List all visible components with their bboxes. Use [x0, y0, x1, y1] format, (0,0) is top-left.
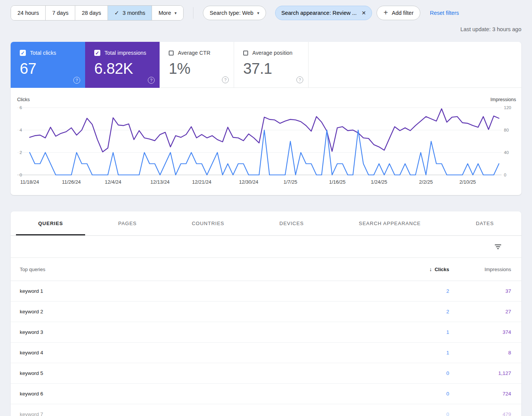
checkbox-checked-icon[interactable]: ✓	[20, 50, 26, 56]
svg-text:2/2/25: 2/2/25	[419, 179, 433, 185]
dimensions-card: QUERIESPAGESCOUNTRIESDEVICESSEARCH APPEA…	[11, 211, 521, 416]
clicks-cell[interactable]: 1	[385, 350, 449, 356]
help-icon[interactable]: ?	[148, 77, 155, 84]
svg-text:1/24/25: 1/24/25	[371, 179, 387, 185]
metric-card-total-impressions[interactable]: ✓Total impressions6.82K?	[85, 42, 160, 88]
add-filter-button[interactable]: + Add filter	[377, 6, 420, 20]
impressions-cell[interactable]: 1,127	[449, 370, 511, 376]
checkbox-unchecked-icon[interactable]	[169, 51, 174, 56]
metric-label: Total clicks	[30, 50, 56, 56]
tab-search-appearance[interactable]: SEARCH APPEARANCE	[331, 211, 448, 235]
clicks-cell[interactable]: 0	[385, 370, 449, 376]
table-row[interactable]: keyword 60724	[11, 384, 521, 404]
tab-countries[interactable]: COUNTRIES	[164, 211, 252, 235]
svg-text:12/21/24: 12/21/24	[192, 179, 212, 185]
svg-text:6: 6	[20, 105, 22, 110]
query-cell: keyword 7	[20, 411, 385, 416]
metric-header: ✓Total impressions	[94, 50, 160, 56]
impressions-cell[interactable]: 37	[449, 288, 511, 294]
impressions-cell[interactable]: 8	[449, 350, 511, 356]
metric-cards-row: ✓Total clicks67?✓Total impressions6.82K?…	[11, 42, 521, 88]
column-header-clicks[interactable]: ↓Clicks	[385, 266, 449, 272]
tab-devices[interactable]: DEVICES	[252, 211, 331, 235]
column-header-queries: Top queries	[20, 267, 385, 272]
clicks-cell[interactable]: 2	[385, 288, 449, 294]
date-range-label: 3 months	[123, 10, 146, 16]
metric-header: Average CTR	[169, 50, 234, 56]
svg-text:Impressions: Impressions	[491, 97, 516, 102]
metric-value: 37.1	[243, 60, 308, 77]
help-icon[interactable]: ?	[296, 76, 303, 83]
svg-text:120: 120	[504, 105, 511, 110]
impressions-cell[interactable]: 724	[449, 391, 511, 397]
query-cell: keyword 2	[20, 309, 385, 314]
clicks-cell[interactable]: 0	[385, 411, 449, 416]
query-cell: keyword 4	[20, 350, 385, 356]
table-row[interactable]: keyword 31374	[11, 322, 521, 343]
svg-text:12/30/24: 12/30/24	[239, 179, 258, 185]
search-appearance-chip-label: Search appearance: Review ...	[281, 10, 356, 16]
table-row[interactable]: keyword 1237	[11, 281, 521, 302]
svg-text:40: 40	[504, 150, 509, 155]
help-icon[interactable]: ?	[73, 77, 80, 84]
filter-rows-button[interactable]	[492, 242, 504, 251]
table-toolbar	[11, 236, 521, 258]
metric-value: 1%	[169, 60, 234, 77]
impressions-cell[interactable]: 374	[449, 329, 511, 335]
metric-card-total-clicks[interactable]: ✓Total clicks67?	[11, 42, 85, 88]
impressions-cell[interactable]: 27	[449, 309, 511, 314]
date-range-more[interactable]: More▾	[152, 6, 183, 20]
query-cell: keyword 1	[20, 288, 385, 294]
date-range-28-days[interactable]: 28 days	[75, 6, 108, 20]
last-update-text: Last update: 3 hours ago	[461, 26, 521, 32]
metric-label: Average position	[252, 50, 293, 56]
column-header-impressions[interactable]: Impressions	[449, 267, 511, 272]
date-range-label: 28 days	[82, 10, 101, 16]
tab-pages[interactable]: PAGES	[90, 211, 164, 235]
metric-value: 6.82K	[94, 60, 160, 77]
date-range-7-days[interactable]: 7 days	[46, 6, 75, 20]
close-icon[interactable]: ✕	[362, 10, 366, 16]
svg-text:2/10/25: 2/10/25	[459, 179, 476, 185]
metric-card-average-position[interactable]: Average position37.1?	[234, 42, 309, 88]
tab-queries[interactable]: QUERIES	[11, 211, 90, 235]
clicks-cell[interactable]: 1	[385, 329, 449, 335]
date-range-group: 24 hours7 days28 days✓3 monthsMore▾	[11, 5, 184, 21]
help-icon[interactable]: ?	[222, 76, 229, 83]
table-row[interactable]: keyword 501,127	[11, 363, 521, 384]
date-range-label: 24 hours	[17, 10, 39, 16]
table-row[interactable]: keyword 2227	[11, 302, 521, 322]
svg-text:11/26/24: 11/26/24	[62, 179, 81, 185]
svg-text:1/7/25: 1/7/25	[283, 179, 297, 185]
reset-filters-link[interactable]: Reset filters	[430, 10, 459, 16]
search-type-label: Search type: Web	[210, 10, 253, 16]
svg-text:1/16/25: 1/16/25	[329, 179, 345, 185]
clicks-cell[interactable]: 0	[385, 391, 449, 397]
table-header: Top queries ↓Clicks Impressions	[11, 258, 521, 281]
date-range-24-hours[interactable]: 24 hours	[11, 6, 46, 20]
tab-dates[interactable]: DATES	[448, 211, 521, 235]
search-appearance-chip[interactable]: Search appearance: Review ... ✕	[275, 6, 372, 20]
date-range-3-months[interactable]: ✓3 months	[108, 6, 152, 20]
more-label: More	[158, 10, 171, 16]
query-cell: keyword 6	[20, 391, 385, 397]
metric-card-average-ctr[interactable]: Average CTR1%?	[160, 42, 234, 88]
search-type-filter[interactable]: Search type: Web ▾	[203, 6, 266, 20]
checkbox-checked-icon[interactable]: ✓	[94, 50, 100, 56]
svg-text:11/18/24: 11/18/24	[20, 179, 39, 185]
svg-text:80: 80	[504, 128, 509, 132]
query-cell: keyword 5	[20, 370, 385, 376]
table-row[interactable]: keyword 418	[11, 343, 521, 363]
svg-text:0: 0	[504, 173, 506, 177]
clicks-cell[interactable]: 2	[385, 309, 449, 314]
sort-desc-icon: ↓	[429, 266, 432, 272]
svg-text:12/13/24: 12/13/24	[150, 179, 170, 185]
filter-icon	[495, 245, 501, 245]
checkbox-unchecked-icon[interactable]	[243, 51, 248, 56]
clicks-header-label: Clicks	[435, 267, 449, 272]
table-row[interactable]: keyword 70479	[11, 404, 521, 416]
date-range-label: 7 days	[52, 10, 68, 16]
check-icon: ✓	[114, 10, 119, 16]
svg-text:4: 4	[20, 128, 22, 132]
impressions-cell[interactable]: 479	[449, 411, 511, 416]
